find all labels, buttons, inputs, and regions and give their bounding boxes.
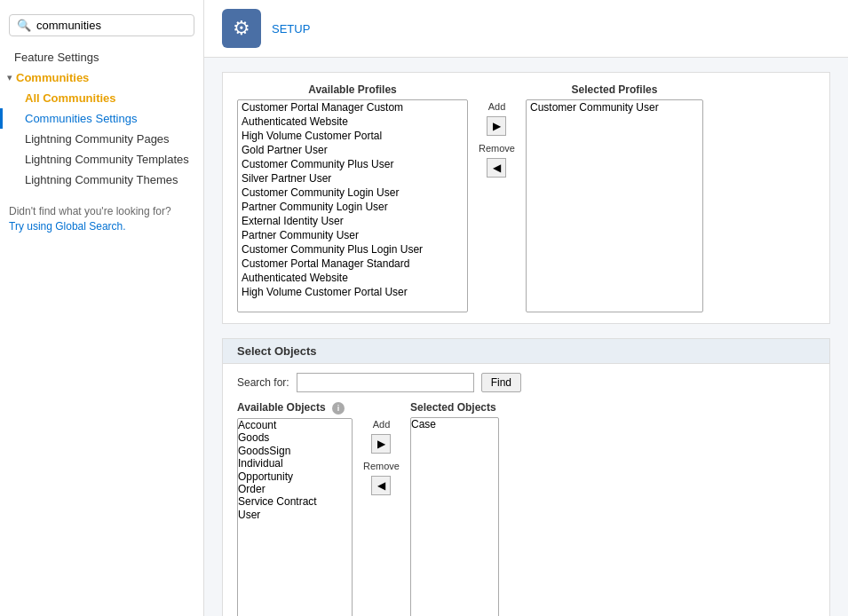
objects-section-title: Select Objects	[223, 339, 829, 364]
feature-settings-label: Feature Settings	[14, 51, 99, 64]
remove-object-button[interactable]: ◀	[371, 476, 391, 495]
search-input[interactable]	[36, 19, 186, 32]
communities-settings-item[interactable]: Communities Settings	[0, 108, 203, 129]
all-communities-label: All Communities	[25, 91, 116, 105]
remove-label: Remove	[479, 143, 515, 154]
lightning-community-themes-item[interactable]: Lightning Community Themes	[0, 170, 203, 190]
selected-objects-list[interactable]: Case	[410, 417, 499, 616]
setup-link[interactable]: SETUP	[272, 22, 310, 36]
available-profiles-panel: Available Profiles Customer Portal Manag…	[237, 83, 468, 312]
objects-section: Select Objects Search for: Find Availabl…	[222, 338, 830, 616]
lightning-community-themes-label: Lightning Community Themes	[25, 173, 178, 186]
main-content: ⚙ SETUP Available Profiles Customer Port…	[204, 0, 848, 616]
all-communities-item[interactable]: All Communities	[0, 88, 203, 108]
search-box[interactable]: 🔍	[9, 14, 194, 36]
available-objects-label: Available Objects i	[237, 401, 353, 415]
profiles-controls: Add ▶ Remove ◀	[479, 83, 515, 179]
feature-settings-item[interactable]: Feature Settings	[0, 47, 203, 67]
lightning-community-pages-label: Lightning Community Pages	[25, 132, 170, 146]
available-profiles-list[interactable]: Customer Portal Manager CustomAuthentica…	[237, 99, 468, 312]
search-label: Search for:	[237, 376, 289, 389]
remove-objects-label: Remove	[363, 461, 400, 471]
sidebar: 🔍 Feature Settings ▾ Communities All Com…	[0, 0, 204, 616]
add-label: Add	[488, 101, 506, 112]
lightning-community-pages-item[interactable]: Lightning Community Pages	[0, 129, 203, 149]
find-button[interactable]: Find	[481, 373, 521, 392]
selected-objects-label: Selected Objects	[410, 401, 499, 414]
gear-icon-box: ⚙	[222, 9, 261, 48]
selected-profiles-label: Selected Profiles	[526, 83, 703, 96]
lightning-community-templates-item[interactable]: Lightning Community Templates	[0, 149, 203, 170]
gear-icon: ⚙	[233, 17, 250, 40]
add-object-button[interactable]: ▶	[371, 434, 391, 454]
search-icon: 🔍	[17, 19, 31, 32]
content-area: Available Profiles Customer Portal Manag…	[204, 58, 848, 616]
header: ⚙ SETUP	[204, 0, 848, 58]
communities-label: Communities	[16, 71, 89, 84]
global-search-link[interactable]: Try using Global Search.	[9, 220, 126, 233]
add-objects-label: Add	[373, 419, 391, 430]
objects-controls: Add ▶ Remove ◀	[363, 401, 400, 497]
profiles-row: Available Profiles Customer Portal Manag…	[223, 73, 829, 323]
selected-objects-panel: Selected Objects Case	[410, 401, 499, 616]
search-row: Search for: Find	[223, 364, 829, 401]
selected-profiles-panel: Selected Profiles Customer Community Use…	[526, 83, 703, 312]
communities-section[interactable]: ▾ Communities	[0, 67, 203, 88]
not-found-message: Didn't find what you're looking for? Try…	[0, 190, 203, 249]
communities-settings-label: Communities Settings	[25, 112, 137, 125]
lightning-community-templates-label: Lightning Community Templates	[25, 153, 189, 166]
available-profiles-label: Available Profiles	[237, 83, 468, 96]
info-icon: i	[332, 402, 345, 415]
search-objects-input[interactable]	[297, 373, 474, 392]
remove-profile-button[interactable]: ◀	[487, 158, 506, 178]
available-objects-panel: Available Objects i AccountGoodsGoodsSig…	[237, 401, 353, 616]
add-profile-button[interactable]: ▶	[487, 116, 506, 136]
selected-profiles-list[interactable]: Customer Community User	[526, 99, 703, 312]
profiles-section: Available Profiles Customer Portal Manag…	[222, 72, 830, 324]
objects-row: Available Objects i AccountGoodsGoodsSig…	[223, 401, 829, 616]
chevron-down-icon: ▾	[7, 72, 12, 83]
available-objects-list[interactable]: AccountGoodsGoodsSignIndividualOpportuni…	[237, 418, 353, 616]
